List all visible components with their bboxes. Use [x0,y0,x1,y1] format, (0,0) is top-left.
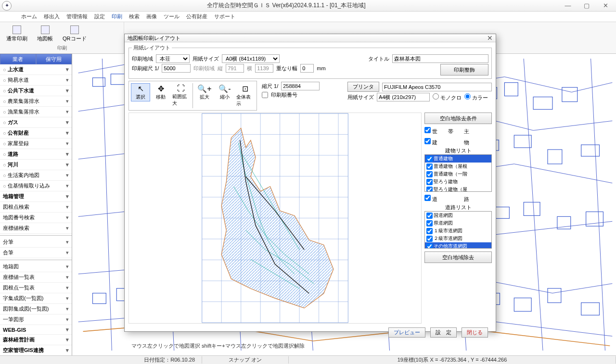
layer-item[interactable]: 一筆図形▾ [0,314,72,325]
layer-item[interactable]: 座標値一覧表▾ [0,272,72,283]
title-input[interactable] [392,54,488,63]
layer-item[interactable]: 地図番号検索▾ [0,213,72,223]
list-item[interactable]: 堅ろう建物 [425,178,491,186]
layer-item[interactable]: 空家管理GIS連携▾ [0,345,72,355]
close-window-button[interactable]: ✕ [597,2,614,9]
map-book-print-dialog: 地図帳印刷レイアウト ✕ 用紙レイアウト 印刷地域 本荘 用紙サイズ A0横 (… [124,34,496,332]
list-item[interactable]: 普通建物 [425,155,491,163]
menu-ホーム[interactable]: ホーム [21,13,37,20]
list-item[interactable]: 県道網図 [425,219,491,227]
list-item[interactable]: 堅ろう建物（屋 [425,186,491,192]
layer-list[interactable]: ○上水道▾○簡易水道▾○公共下水道▾○農業集落排水▾○漁業集落排水▾○ガス▾○公… [0,64,72,355]
mono-radio[interactable] [433,93,439,100]
menu-移出入[interactable]: 移出入 [44,13,60,20]
household-check[interactable] [424,127,431,133]
blank-cond-button[interactable]: 空白地除去条件 [424,113,492,124]
layer-item[interactable]: 森林経営計画▾ [0,335,72,345]
title-label: タイトル [368,55,389,63]
layer-item[interactable]: 字集成図(一覧図)▾ [0,293,72,304]
layer-item[interactable]: 図郭集成図(一覧図)▾ [0,304,72,314]
ribbon-通常印刷[interactable]: 通常印刷 [4,24,30,44]
ribbon-地図帳[interactable]: 地図帳 [35,24,55,44]
area-h [255,64,273,73]
close-button[interactable]: 閉じる [462,327,488,338]
layer-item[interactable]: WEB-GIS▾ [0,325,72,335]
seq-checkbox[interactable] [262,92,268,98]
tab-vendor[interactable]: 業者 [0,54,36,64]
list-item[interactable]: その他市道網図 [425,242,491,249]
list-item[interactable]: 国道網図 [425,212,491,219]
window-title: 全庁統合型時空間ＧＩＳ Ver(x64)2024.9.11.1 - [01_本荘… [13,1,559,10]
layer-item[interactable]: ○河川▾ [0,160,72,170]
settings-button[interactable]: 設 定 [430,327,457,338]
paper-size-select[interactable]: A0横 (841x1189) [222,54,280,63]
scale2-input[interactable] [281,82,320,90]
printer-name[interactable] [382,83,492,91]
list-item[interactable]: １級市道網図 [425,227,491,235]
roads-check[interactable] [424,195,431,201]
dialog-close-button[interactable]: ✕ [487,34,493,42]
layout-preview[interactable] [128,113,422,324]
tool-拡大[interactable]: 🔍+拡大 [195,83,214,101]
tool-縮小[interactable]: 🔍-縮小 [215,83,234,101]
building-listbox[interactable]: 普通建物 普通建物（屋根 普通建物（一階 堅ろう建物 堅ろう建物（屋 堅ろう建物… [424,154,492,192]
building-list-label: 建物リスト [424,147,492,154]
dialog-title: 地図帳印刷レイアウト [128,35,180,42]
scale-label: 印刷縮尺 1/ [132,65,159,72]
tab-maintenance[interactable]: 保守用 [36,54,72,64]
layer-item[interactable]: ○道路▾ [0,149,72,160]
road-listbox[interactable]: 国道網図 県道網図 １級市道網図 ２級市道網図 その他市道網図 農道網図 林道網… [424,211,492,249]
list-item[interactable]: 普通建物（屋根 [425,163,491,170]
menu-管理情報[interactable]: 管理情報 [66,13,88,20]
menu-印刷[interactable]: 印刷 [112,13,122,20]
layer-item[interactable]: ○上水道▾ [0,64,72,75]
layer-item[interactable]: ○家屋登録▾ [0,138,72,149]
list-item[interactable]: 普通建物（一階 [425,170,491,178]
buildings-check[interactable] [424,138,431,144]
layer-item[interactable]: ○生活案内地図▾ [0,170,72,181]
road-list-label: 道路リスト [424,204,492,211]
ribbon-group-label: 印刷 [4,45,120,51]
print-region-select[interactable]: 本荘 [156,54,190,63]
status-date: 日付指定：R06.10.28 [0,356,202,364]
maximize-button[interactable]: ▢ [578,2,595,9]
scale-input[interactable] [162,64,191,73]
tool-全体表示[interactable]: ⊡全体表示 [235,83,255,108]
menu-検索[interactable]: 検索 [129,13,140,20]
menubar: ホーム移出入管理情報設定印刷検索画像ツール公有財産サポート [0,12,616,22]
layer-item[interactable]: ○住基情報取り込み▾ [0,181,72,191]
menu-設定[interactable]: 設定 [94,13,105,20]
layer-item[interactable]: 図根点一覧表▾ [0,283,72,293]
tool-選択[interactable]: ↖選択 [131,83,150,101]
layer-item[interactable]: ○簡易水道▾ [0,75,72,86]
layer-item[interactable]: 地籍管理▾ [0,191,72,202]
decorate-button[interactable]: 印刷整飾 [440,64,488,75]
remove-blank-button[interactable]: 空白地域除去 [424,251,492,263]
menu-サポート[interactable]: サポート [214,13,235,20]
list-item[interactable]: ２級市道網図 [425,235,491,242]
layer-item[interactable]: ○ガス▾ [0,117,72,128]
menu-画像[interactable]: 画像 [146,13,157,20]
status-coords: 19座標(10)系 X = -67235.364 , Y = -67444.26… [289,356,616,364]
printer-button[interactable]: プリンタ [347,82,379,92]
overlap-input[interactable] [300,64,314,73]
color-radio[interactable] [464,93,471,100]
menu-ツール[interactable]: ツール [164,13,180,20]
left-panel: 業者 保守用 ○上水道▾○簡易水道▾○公共下水道▾○農業集落排水▾○漁業集落排水… [0,54,72,355]
layer-item[interactable]: 合筆▾ [0,248,72,258]
layer-item[interactable]: 分筆▾ [0,237,72,248]
menu-公有財産[interactable]: 公有財産 [186,13,207,20]
layer-item[interactable]: 地籍図▾ [0,262,72,272]
layer-item[interactable]: 図根点検索▾ [0,202,72,213]
ribbon-QRコード[interactable]: QRコード [60,24,89,44]
layer-item[interactable]: ○公共下水道▾ [0,86,72,96]
layer-item[interactable]: ○漁業集落排水▾ [0,107,72,117]
minimize-button[interactable]: — [559,2,577,9]
preview-button[interactable]: プレビュー [388,327,425,338]
layer-item[interactable]: ○農業集落排水▾ [0,96,72,107]
tool-範囲拡大[interactable]: ⛶範囲拡大 [171,83,191,108]
layer-item[interactable]: 座標値検索▾ [0,223,72,234]
layer-item[interactable]: ○公有財産▾ [0,128,72,138]
out-paper-input[interactable] [377,93,430,101]
tool-移動[interactable]: ✥移動 [151,83,170,101]
